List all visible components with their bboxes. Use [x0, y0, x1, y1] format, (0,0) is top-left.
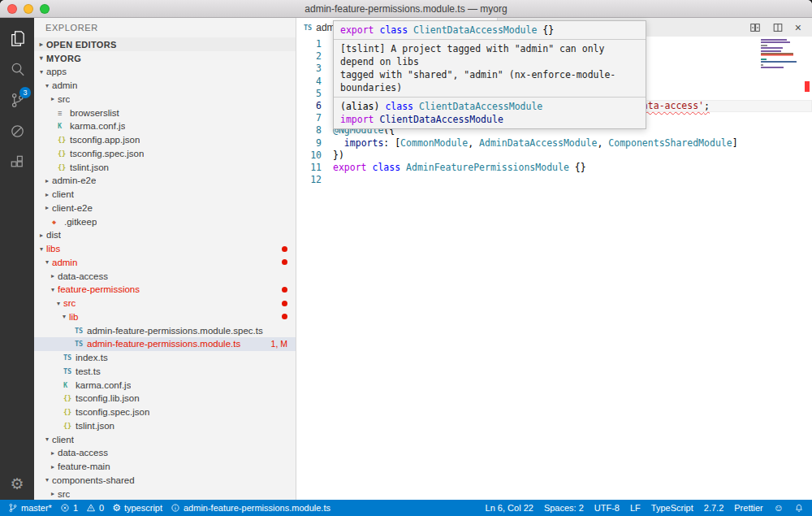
tree-item-index.ts[interactable]: TSindex.ts: [34, 351, 296, 365]
tree-item-apps[interactable]: ▾apps: [34, 65, 296, 79]
tree-item-tsconfig.spec.json[interactable]: {}tsconfig.spec.json: [34, 147, 296, 161]
title-bar: admin-feature-permissions.module.ts — my…: [0, 0, 812, 18]
tree-item-admin-feature-permissions.module.ts[interactable]: TSadmin-feature-permissions.module.ts1, …: [34, 337, 296, 351]
tree-item-browserslist[interactable]: ≡browserslist: [34, 106, 296, 119]
code-token: AdminFeaturePermissionsModule: [406, 162, 569, 173]
chevron-right-icon: ▸: [48, 449, 58, 457]
eol[interactable]: LF: [630, 503, 641, 513]
chevron-down-icon: ▾: [37, 54, 46, 62]
tree-item-tsconfig.app.json[interactable]: {}tsconfig.app.json: [34, 133, 296, 147]
split-editor-icon[interactable]: [772, 22, 784, 33]
tree-item-libs[interactable]: ▾libs: [34, 242, 296, 256]
tree-item-label: lib: [69, 312, 79, 322]
tree-item-admin-feature-permissions.module.spec.ts[interactable]: TSadmin-feature-permissions.module.spec.…: [34, 323, 296, 337]
activity-bar: 3 ⚙: [0, 18, 34, 500]
tree-item-tslint.json[interactable]: {}tslint.json: [34, 160, 296, 174]
tree-item-test.ts[interactable]: TStest.ts: [34, 365, 296, 379]
ts-version[interactable]: 2.7.2: [704, 503, 723, 513]
line-number: 4: [296, 76, 326, 88]
notifications[interactable]: [794, 503, 804, 513]
language-mode-label: TypeScript: [651, 503, 693, 513]
tree-item-label: .gitkeep: [64, 217, 97, 227]
smiley-icon: ☺: [774, 503, 784, 513]
language-mode[interactable]: TypeScript: [651, 503, 693, 513]
tree-item-admin[interactable]: ▾admin: [34, 79, 296, 93]
code-token: {}: [569, 162, 586, 173]
tree-item-label: karma.conf.js: [76, 380, 131, 390]
open-editors-section-header[interactable]: ▸ OPEN EDITORS: [34, 37, 296, 51]
indentation[interactable]: Spaces: 2: [544, 503, 584, 513]
code-line-10[interactable]: }): [333, 150, 812, 162]
status-bar-right: Ln 6, Col 22Spaces: 2UTF-8LFTypeScript2.…: [486, 503, 804, 513]
tree-item-label: tsconfig.app.json: [70, 135, 140, 145]
tree-item-src[interactable]: ▾src: [34, 297, 296, 310]
error-dot-badge: [282, 259, 287, 265]
tree-item-label: tslint.json: [70, 163, 109, 172]
tree-item-feature-main[interactable]: ▸feature-main: [34, 460, 296, 474]
tree-item-client[interactable]: ▾client: [34, 432, 296, 446]
tree-item-label: feature-main: [58, 462, 110, 471]
close-editor-icon[interactable]: ×: [795, 22, 801, 33]
code-token: class: [372, 162, 400, 173]
chevron-down-icon: ▾: [42, 82, 52, 89]
close-window-button[interactable]: [7, 4, 17, 14]
encoding[interactable]: UTF-8: [594, 503, 620, 513]
open-changes-icon[interactable]: [749, 22, 761, 33]
tree-item-client[interactable]: ▸client: [34, 188, 296, 202]
settings-gear-icon[interactable]: ⚙: [10, 475, 24, 493]
code-line-12[interactable]: [333, 174, 812, 186]
search-icon[interactable]: [0, 54, 34, 85]
minimize-window-button[interactable]: [24, 4, 33, 14]
line-number: 5: [296, 88, 326, 100]
tree-item-label: data-access: [58, 448, 108, 457]
errors[interactable]: 1: [60, 503, 78, 513]
line-number: 6: [296, 100, 326, 112]
tree-item-label: tsconfig.lib.json: [76, 393, 140, 403]
warnings[interactable]: 0: [86, 503, 104, 513]
tree-item-src[interactable]: ▸src: [34, 487, 296, 500]
tree-item-lib[interactable]: ▾lib: [34, 310, 296, 324]
tree-item-karma.conf.js[interactable]: Kkarma.conf.js: [34, 119, 296, 133]
tree-item-label: admin-e2e: [52, 176, 96, 185]
debug-icon[interactable]: [0, 115, 34, 146]
tree-item-admin[interactable]: ▾admin: [34, 256, 296, 270]
hover-diagnostic: [tslint] A project tagged with "admin" c…: [334, 39, 646, 97]
tree-item-client-e2e[interactable]: ▸client-e2e: [34, 202, 296, 215]
zoom-window-button[interactable]: [40, 4, 50, 14]
tree-item-label: client: [52, 189, 74, 199]
tree-item-components-shared[interactable]: ▾components-shared: [34, 474, 296, 488]
tree-item-dist[interactable]: ▸dist: [34, 228, 296, 242]
minimap[interactable]: [761, 39, 800, 72]
errors-label: 1: [73, 503, 78, 513]
tree-item-feature-permissions[interactable]: ▾feature-permissions: [34, 283, 296, 297]
code-line-11[interactable]: export class AdminFeaturePermissionsModu…: [333, 162, 812, 174]
git-branch[interactable]: master*: [8, 503, 52, 513]
tree-item-tslint.json[interactable]: {}tslint.json: [34, 419, 296, 433]
code-token: import: [340, 114, 374, 125]
source-control-icon[interactable]: 3: [0, 85, 34, 115]
tree-item-label: client: [52, 435, 74, 444]
line-number: 9: [296, 137, 326, 150]
formatter[interactable]: Prettier: [734, 503, 762, 513]
error-dot-badge: [282, 301, 287, 306]
tree-item-.gitkeep[interactable]: ◆.gitkeep: [34, 215, 296, 228]
explorer-icon[interactable]: [0, 23, 34, 54]
tree-item-tsconfig.lib.json[interactable]: {}tsconfig.lib.json: [34, 392, 296, 405]
extensions-icon[interactable]: [0, 146, 34, 177]
code-line-9[interactable]: imports: [CommonModule, AdminDataAccessM…: [333, 137, 812, 150]
tree-item-label: components-shared: [52, 475, 135, 485]
ts-status[interactable]: ⚙typescript: [112, 503, 162, 513]
tree-item-data-access[interactable]: ▸data-access: [34, 269, 296, 283]
active-file-status[interactable]: admin-feature-permissions.module.ts: [171, 503, 330, 513]
tree-item-tsconfig.spec.json[interactable]: {}tsconfig.spec.json: [34, 405, 296, 419]
tree-item-src[interactable]: ▸src: [34, 93, 296, 106]
feedback[interactable]: ☺: [774, 503, 784, 513]
workspace-root-header[interactable]: ▾ MYORG: [34, 51, 296, 65]
tree-item-karma.conf.js[interactable]: Kkarma.conf.js: [34, 378, 296, 392]
tree-item-label: apps: [46, 67, 67, 76]
tree-item-admin-e2e[interactable]: ▸admin-e2e: [34, 174, 296, 188]
cursor-position[interactable]: Ln 6, Col 22: [486, 503, 533, 513]
tree-item-data-access[interactable]: ▸data-access: [34, 446, 296, 460]
json-file-icon: {}: [63, 394, 76, 402]
chevron-right-icon: ▸: [48, 463, 58, 470]
